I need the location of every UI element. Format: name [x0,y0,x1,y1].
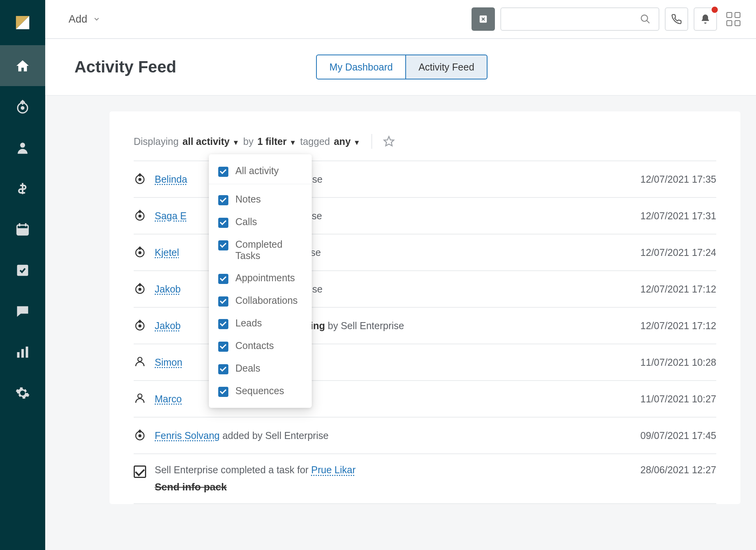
feed-text: Sell Enterprise completed a task for Pru… [155,464,640,493]
notifications-button[interactable] [694,7,717,31]
nav-home[interactable] [0,45,45,86]
filter-count-dropdown[interactable]: 1 filter ▼ [257,136,296,147]
feed-date: 11/07/2021 10:28 [640,357,716,368]
nav-deals[interactable] [0,168,45,209]
feed-row: Sell Enterprise completed a task for Pru… [134,454,716,504]
bell-icon [700,14,711,25]
page-header: Activity Feed My Dashboard Activity Feed [45,39,756,96]
nav-calendar[interactable] [0,209,45,250]
person-icon [134,355,148,369]
filter-prefix: Displaying [134,136,178,147]
nav-contacts[interactable] [0,127,45,168]
dropdown-option[interactable]: Notes [209,188,312,211]
nav-comms[interactable] [0,291,45,331]
lead-icon [134,209,148,223]
dropdown-option[interactable]: Completed Tasks [209,233,312,267]
dropdown-option[interactable]: All activity [209,160,312,182]
notification-badge [711,6,719,14]
nav-reports[interactable] [0,331,45,372]
checkbox-icon [218,167,228,177]
page-title: Activity Feed [74,58,176,76]
feed-row: Fenris Solvang added by Sell Enterprise0… [134,418,716,454]
filter-tag-dropdown[interactable]: any ▼ [334,136,360,147]
svg-point-31 [139,435,141,437]
dropdown-label: Completed Tasks [235,239,302,261]
svg-line-16 [647,21,650,23]
feed-link[interactable]: Jakob [155,320,181,331]
svg-point-21 [139,215,141,217]
nav-settings[interactable] [0,372,45,413]
feed-link[interactable]: Prue Likar [311,464,356,475]
star-icon[interactable] [383,136,395,147]
feed-text: Fenris Solvang added by Sell Enterprise [155,430,640,441]
dropdown-label: Appointments [235,272,295,284]
dropdown-label: Notes [235,194,261,205]
chevron-down-icon [93,15,101,23]
dropdown-option[interactable]: Calls [209,211,312,233]
dropdown-option[interactable]: Contacts [209,335,312,357]
feed-date: 12/07/2021 17:12 [640,284,716,295]
feed-date: 28/06/2021 12:27 [640,464,716,476]
svg-rect-12 [21,349,24,358]
task-title: Send info pack [155,481,640,493]
search-icon [640,14,651,25]
activity-card: Displaying all activity ▼ by 1 filter ▼ … [110,111,740,504]
feed-date: 11/07/2021 10:27 [640,393,716,405]
person-icon [134,392,148,406]
nav-tasks[interactable] [0,250,45,291]
lead-icon [134,282,148,296]
checkbox-icon [218,240,228,250]
checkbox-icon [218,296,228,307]
close-panel-button[interactable] [472,7,495,31]
svg-rect-11 [17,352,19,358]
feed-link[interactable]: Belinda [155,174,187,185]
dropdown-label: All activity [235,165,279,176]
apps-button[interactable] [726,12,740,26]
feed-link[interactable]: Marco [155,393,182,404]
topbar: Add [45,0,756,39]
checkbox-icon [218,387,228,397]
add-button[interactable]: Add [69,13,101,25]
dropdown-option[interactable]: Leads [209,312,312,335]
svg-marker-17 [384,137,394,146]
activity-filter-dropdown: All activityNotesCallsCompleted TasksApp… [209,154,312,408]
close-icon [479,15,488,23]
tab-activity[interactable]: Activity Feed [406,55,488,79]
feed-link[interactable]: Jakob [155,284,181,294]
tab-dashboard[interactable]: My Dashboard [316,55,406,79]
phone-icon [671,14,682,25]
filter-by: by [243,136,253,147]
checkbox-icon [218,342,228,352]
search-input[interactable] [500,7,659,31]
svg-point-4 [20,143,25,148]
add-label: Add [69,13,87,25]
svg-rect-13 [26,346,28,358]
nav-leads[interactable] [0,86,45,127]
sidebar [0,0,45,550]
feed-link[interactable]: Kjetel [155,247,179,258]
checkbox-icon [218,319,228,329]
dropdown-option[interactable]: Sequences [209,380,312,402]
dropdown-option[interactable]: Deals [209,357,312,380]
lead-icon [134,172,148,186]
lead-icon [134,428,148,442]
svg-point-28 [138,357,142,361]
feed-link[interactable]: Simon [155,357,182,368]
dropdown-option[interactable]: Collaborations [209,289,312,312]
svg-point-29 [138,394,142,398]
feed-link[interactable]: Fenris Solvang [155,430,220,441]
feed-link[interactable]: Saga E [155,210,187,221]
dropdown-option[interactable]: Appointments [209,267,312,289]
lead-icon [134,245,148,259]
phone-button[interactable] [665,7,688,31]
checkbox-icon [218,364,228,374]
filter-activity-dropdown[interactable]: all activity ▼ [182,136,239,147]
brand-logo [0,0,45,45]
dropdown-label: Sequences [235,385,284,397]
lead-icon [134,319,148,333]
dropdown-label: Calls [235,216,257,227]
svg-point-25 [139,288,141,290]
feed-date: 12/07/2021 17:31 [640,210,716,222]
dropdown-label: Deals [235,363,260,374]
svg-point-23 [139,252,141,254]
